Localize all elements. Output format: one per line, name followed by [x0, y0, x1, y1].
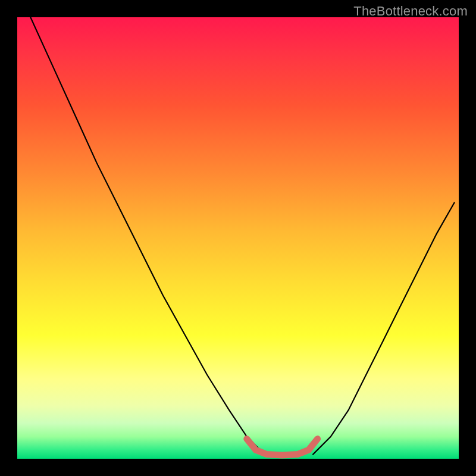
curve-right [313, 203, 455, 455]
chart-container: TheBottleneck.com [0, 0, 476, 476]
optimal-zone-marker [247, 439, 318, 456]
watermark-text: TheBottleneck.com [353, 4, 468, 19]
curve-left [30, 17, 264, 455]
chart-overlay [17, 17, 459, 459]
